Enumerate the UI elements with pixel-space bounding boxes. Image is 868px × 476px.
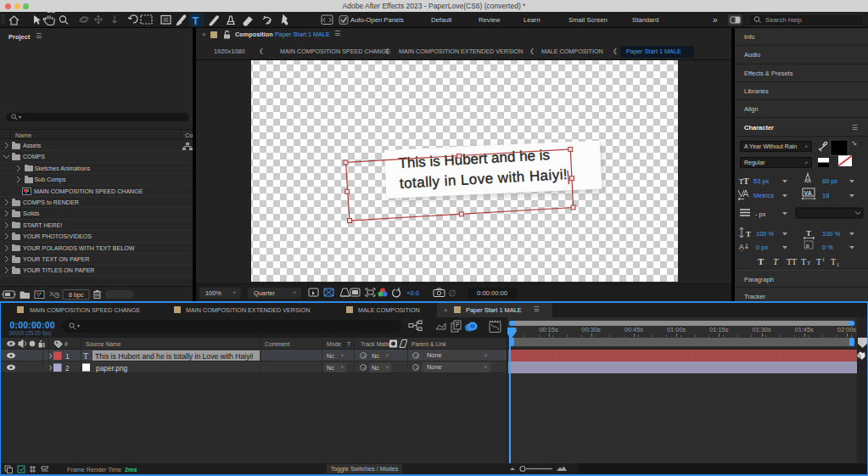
svg-text:Learn: Learn [524,16,540,24]
svg-text:Source Name: Source Name [86,341,121,347]
svg-text:T: T [758,256,764,266]
svg-text:Frame Render Time: Frame Render Time [67,466,121,473]
svg-text:+0.0: +0.0 [406,289,419,297]
svg-text:T: T [83,351,88,361]
svg-text:53 px: 53 px [753,177,770,185]
svg-text:T: T [831,257,836,266]
svg-text:T: T [801,257,806,266]
svg-text:1: 1 [822,257,825,262]
svg-text:#: # [64,341,68,347]
svg-text:T: T [807,260,811,266]
svg-text:Review: Review [479,16,501,24]
svg-text:T: T [806,229,811,238]
svg-text:Metrics: Metrics [753,192,774,199]
svg-text:2: 2 [65,364,70,372]
svg-text:T: T [347,341,350,347]
svg-text:»: » [713,15,718,25]
svg-text:Track Matte: Track Matte [361,341,391,347]
svg-text:Small Screen: Small Screen [568,16,608,24]
svg-text:60 px: 60 px [822,177,838,185]
svg-text:1: 1 [65,352,70,361]
svg-text:8 bpc: 8 bpc [69,291,84,299]
svg-text:2ms: 2ms [125,466,137,473]
svg-text:T: T [773,256,779,266]
svg-text:T: T [746,230,751,238]
svg-text:Search Help: Search Help [765,16,803,24]
svg-text:- px: - px [755,210,766,218]
svg-text:1: 1 [837,262,839,267]
svg-text:Auto-Open Panels: Auto-Open Panels [350,16,404,24]
svg-text:18: 18 [822,192,829,199]
svg-text:a: a [806,243,809,249]
svg-text:Default: Default [431,16,452,24]
svg-text:Mode: Mode [327,341,341,347]
svg-text:0 px: 0 px [756,244,768,251]
svg-text:100 %: 100 % [822,230,841,238]
svg-text:TT: TT [787,257,797,266]
svg-text:100 %: 100 % [756,230,775,238]
svg-text:VA: VA [804,189,812,195]
svg-text:Comment: Comment [265,341,290,347]
svg-text:T: T [743,176,749,186]
svg-text:0 %: 0 % [822,244,833,251]
svg-text:Parent & Link: Parent & Link [412,341,446,347]
svg-text:T: T [816,257,821,266]
svg-text:Standard: Standard [632,16,658,24]
svg-text:T: T [193,14,199,27]
svg-text:Ạ: Ạ [739,243,744,251]
